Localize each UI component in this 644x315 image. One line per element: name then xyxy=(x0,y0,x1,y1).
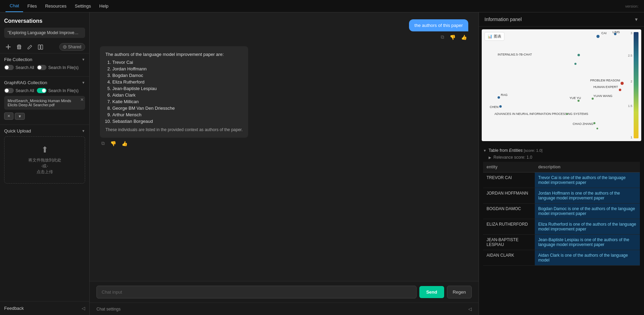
chat-settings-chevron: ◁ xyxy=(468,306,472,312)
file-collection-header[interactable]: File Collection ▼ xyxy=(4,57,85,62)
thumbdown-user-button[interactable]: 👎 xyxy=(448,33,457,41)
entity-row: JEAN-BAPTISTE LESPIAUJean-Baptiste Lespi… xyxy=(483,235,640,250)
toolbar: Shared xyxy=(0,41,89,53)
upload-icon: ⬆ xyxy=(9,145,81,155)
dot-human[interactable] xyxy=(619,89,621,91)
entity-row: ELIZA RUTHERFORDEliza Rutherford is one … xyxy=(483,219,640,235)
entity-description-cell: Trevor Cai is one of the authors of the … xyxy=(535,173,640,188)
author-item: Sebastian Borgeaud xyxy=(112,119,243,124)
graphrag-toggles: Search All Search In File(s) xyxy=(4,88,85,93)
table-collapse-icon: ▼ xyxy=(483,149,487,152)
dot-internlm2[interactable] xyxy=(574,63,576,65)
nav-chat[interactable]: Chat xyxy=(6,0,23,12)
author-item: Trevor Cai xyxy=(112,60,243,65)
graphrag-file-close[interactable]: ✕ xyxy=(80,97,84,102)
copy-user-msg-button[interactable]: ⧉ xyxy=(439,33,446,41)
upload-click-text: 点击上传 xyxy=(9,169,81,175)
nav-help[interactable]: Help xyxy=(95,0,113,12)
dot-yueyu[interactable] xyxy=(577,100,580,102)
graphrag-search-in-toggle[interactable]: Search In File(s) xyxy=(37,88,79,93)
thumbup-assistant-button[interactable]: 👍 xyxy=(120,140,129,147)
file-search-in-files-toggle[interactable]: Search In File(s) xyxy=(37,65,79,70)
quick-upload-title: Quick Upload xyxy=(4,128,31,134)
dot-problem[interactable] xyxy=(621,82,624,85)
entity-name-cell: AIDAN CLARK xyxy=(483,250,535,266)
entity-description-cell: Eliza Rutherford is one of the authors o… xyxy=(535,219,640,235)
author-item: Jean-Baptiste Lespiau xyxy=(112,86,243,91)
graphrag-search-all-label: Search All xyxy=(16,88,34,93)
delete-button[interactable] xyxy=(15,43,23,51)
feedback-section[interactable]: Feedback ◁ xyxy=(0,301,89,315)
shared-label: Shared xyxy=(68,45,81,49)
dot-lims[interactable] xyxy=(614,33,616,35)
edit-button[interactable] xyxy=(26,43,34,51)
chat-input[interactable] xyxy=(96,286,417,298)
author-item: Jordan Hoffmann xyxy=(112,66,243,71)
entity-description-cell: Aidan Clark is one of the authors of the… xyxy=(535,250,640,266)
graphrag-search-all-toggle[interactable]: Search All xyxy=(4,88,34,93)
graphrag-search-in-switch xyxy=(37,88,47,93)
regen-button[interactable]: Regen xyxy=(447,286,472,298)
label-yuanwang: YUAN WANG xyxy=(593,94,612,98)
assistant-msg-actions: ⧉ 👎 👍 xyxy=(100,140,129,147)
file-search-in-switch xyxy=(37,65,47,70)
file-collection-section: File Collection ▼ Search All Search In F… xyxy=(0,53,89,76)
dot-cai[interactable] xyxy=(596,35,600,38)
dot-yuanwang[interactable] xyxy=(592,98,594,100)
graphrag-collection-header[interactable]: GraphRAG Collection ▼ xyxy=(4,80,85,85)
file-search-all-toggle[interactable]: Search All xyxy=(4,65,34,70)
dot-chao2[interactable] xyxy=(596,128,598,129)
new-chat-button[interactable] xyxy=(4,43,12,51)
nav-resources[interactable]: Resources xyxy=(41,0,71,12)
table-section: ▼ Table from Entities [score: 1.0] ▶ Rel… xyxy=(479,144,644,268)
nav-settings[interactable]: Settings xyxy=(71,0,95,12)
split-button[interactable] xyxy=(37,43,44,51)
remove-file-button[interactable]: ✕ xyxy=(4,112,13,120)
entity-name-cell: ELIZA RUTHERFORD xyxy=(483,219,535,235)
relevance-label: Relevance score: 1.0 xyxy=(493,155,532,160)
main-layout: Conversations "Exploring Language Model … xyxy=(0,12,644,315)
sidebar: Conversations "Exploring Language Model … xyxy=(0,12,90,315)
chart-toolbar[interactable]: 📊 图表 xyxy=(484,32,504,41)
dot-rag[interactable] xyxy=(498,96,500,99)
quick-upload-header[interactable]: Quick Upload ▼ xyxy=(4,128,85,134)
chart-container: 📊 图表 3 2.5 2 1.5 1 CAI LIMS IN xyxy=(479,27,644,144)
copy-assistant-button[interactable]: ⧉ xyxy=(100,140,106,147)
upload-dropzone[interactable]: ⬆ 将文件拖放到此处 -或- 点击上传 xyxy=(4,136,85,184)
dot-advances[interactable] xyxy=(566,113,568,115)
thumbup-user-button[interactable]: 👍 xyxy=(460,33,468,41)
shared-badge[interactable]: Shared xyxy=(59,43,85,51)
thumbdown-assistant-button[interactable]: 👎 xyxy=(109,140,117,147)
label-cai: CAI xyxy=(601,31,606,35)
scale-label-2: 2 xyxy=(631,80,632,83)
feedback-label: Feedback xyxy=(4,306,24,311)
label-human: HUMAN EXPERT xyxy=(593,85,618,89)
send-button[interactable]: Send xyxy=(419,286,444,298)
chart-scale xyxy=(634,32,638,138)
scale-label-15: 1.5 xyxy=(628,104,632,108)
label-internlm: INTERNLM2.5-7B-CHAT xyxy=(498,53,532,56)
info-panel-chevron[interactable]: ▼ xyxy=(634,17,638,22)
relevance-row[interactable]: ▶ Relevance score: 1.0 xyxy=(483,154,640,162)
score-badge: [score: 1.0] xyxy=(524,148,542,152)
dot-chao[interactable] xyxy=(593,122,595,124)
assistant-message: The authors of the language model improv… xyxy=(100,46,248,138)
conversation-item[interactable]: "Exploring Language Model Improvement: xyxy=(4,28,85,38)
scale-label-25: 2.5 xyxy=(628,54,632,57)
version-text: version: xyxy=(625,4,638,8)
file-search-in-label: Search In File(s) xyxy=(48,65,79,70)
upload-or-text: -或- xyxy=(9,163,81,169)
assistant-intro: The authors of the language model improv… xyxy=(105,52,243,57)
file-search-all-switch xyxy=(4,65,14,70)
assistant-footer: These individuals are listed in the prov… xyxy=(105,127,243,132)
dot-internlm[interactable] xyxy=(577,54,580,56)
table-collapse-row[interactable]: ▼ Table from Entities [score: 1.0] xyxy=(483,147,640,154)
chat-settings-bar[interactable]: Chat settings ◁ xyxy=(90,303,479,315)
dot-chen[interactable] xyxy=(499,105,502,108)
relevance-expand-icon: ▶ xyxy=(489,156,491,159)
add-file-button[interactable]: ▼ xyxy=(15,113,25,120)
authors-list: Trevor CaiJordan HoffmannBogdan DamocEli… xyxy=(105,60,243,124)
entity-row: BOGDAN DAMOCBogdan Damoc is one of the a… xyxy=(483,204,640,219)
entity-name-cell: JEAN-BAPTISTE LESPIAU xyxy=(483,235,535,250)
nav-files[interactable]: Files xyxy=(23,0,41,12)
